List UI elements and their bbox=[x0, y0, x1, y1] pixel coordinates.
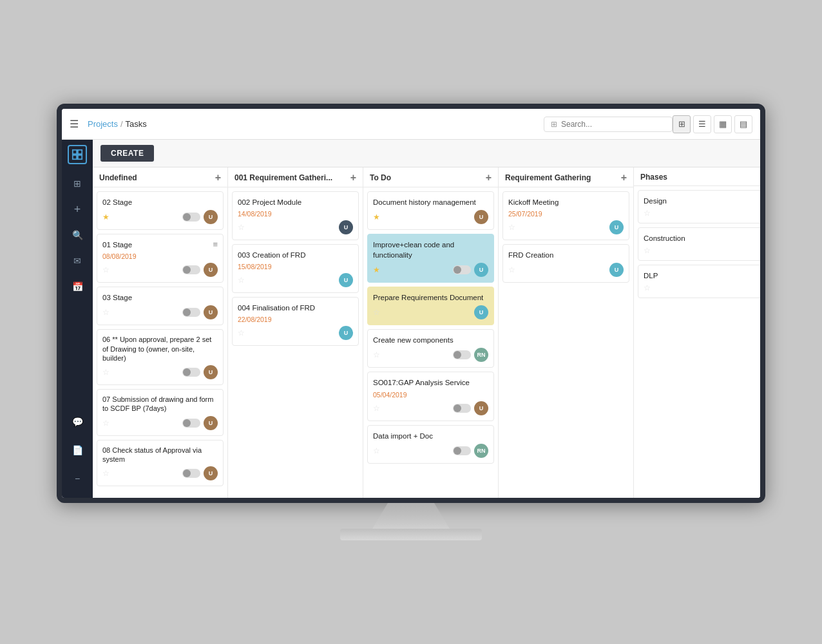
card-004-final-frd: 004 Finalisation of FRD 22/08/2019 ☆ U bbox=[232, 297, 359, 346]
breadcrumb-projects[interactable]: Projects bbox=[88, 119, 118, 129]
avatar: U bbox=[609, 220, 624, 234]
card-date: 22/08/2019 bbox=[238, 316, 353, 323]
toggle-switch[interactable] bbox=[182, 368, 200, 377]
card-title: SO017:GAP Analysis Service bbox=[373, 377, 488, 388]
card-design: Design ☆ bbox=[638, 190, 760, 223]
star-icon[interactable]: ☆ bbox=[102, 308, 110, 317]
sidebar-apps-icon[interactable]: ⊞ bbox=[66, 172, 89, 195]
star-icon[interactable]: ☆ bbox=[102, 419, 110, 428]
card-doc-history: Document history management ★ U bbox=[367, 191, 494, 230]
calendar-view-button[interactable]: ▦ bbox=[714, 115, 732, 133]
top-bar: ☰ Projects / Tasks ⊞ ⊞ ☰ ▦ bbox=[62, 109, 760, 140]
star-icon[interactable]: ☆ bbox=[102, 265, 110, 274]
star-icon[interactable]: ☆ bbox=[508, 265, 515, 274]
card-title: 02 Stage bbox=[102, 197, 218, 207]
toggle-switch[interactable] bbox=[453, 265, 471, 274]
column-title-001-req: 001 Requirement Gatheri... bbox=[234, 173, 332, 182]
avatar: U bbox=[339, 220, 353, 234]
star-icon[interactable]: ☆ bbox=[373, 404, 380, 413]
svg-rect-3 bbox=[78, 155, 82, 159]
card-title: 03 Stage bbox=[102, 292, 218, 303]
sidebar-more-icon[interactable]: − bbox=[66, 467, 89, 490]
card-title: 004 Finalisation of FRD bbox=[238, 303, 353, 313]
card-title: Improve+clean code and functionality bbox=[373, 240, 488, 260]
toggle-switch[interactable] bbox=[182, 213, 200, 222]
column-cards-todo: Document history management ★ U Improve+… bbox=[363, 187, 498, 498]
sidebar-plus-icon[interactable]: + bbox=[66, 198, 89, 221]
app-logo[interactable] bbox=[68, 145, 87, 164]
card-title: Design bbox=[644, 196, 760, 206]
star-icon[interactable]: ☆ bbox=[508, 223, 515, 232]
toggle-switch[interactable] bbox=[182, 265, 200, 274]
column-phases: Phases Design ☆ bbox=[634, 167, 760, 498]
grid-view-button[interactable]: ⊞ bbox=[673, 115, 691, 133]
avatar: U bbox=[339, 326, 353, 340]
card-02-stage: 02 Stage ★ U bbox=[97, 191, 224, 230]
breadcrumb: Projects / Tasks bbox=[88, 119, 147, 129]
column-add-undefined[interactable]: + bbox=[215, 173, 221, 183]
breadcrumb-separator: / bbox=[120, 119, 123, 129]
table-view-button[interactable]: ▤ bbox=[734, 115, 752, 133]
search-box[interactable]: ⊞ bbox=[544, 117, 673, 132]
toggle-switch[interactable] bbox=[453, 404, 471, 413]
column-add-todo[interactable]: + bbox=[486, 173, 492, 183]
toggle-switch[interactable] bbox=[182, 469, 200, 478]
column-header-req-gathering: Requirement Gathering + bbox=[499, 167, 633, 187]
sidebar-search-icon[interactable]: 🔍 bbox=[66, 223, 89, 247]
star-icon[interactable]: ☆ bbox=[102, 469, 110, 478]
search-input[interactable] bbox=[561, 120, 651, 129]
card-003-frd: 003 Creation of FRD 15/08/2019 ☆ U bbox=[232, 244, 359, 293]
card-07-submission: 07 Submission of drawing and form to SCD… bbox=[97, 389, 224, 436]
sidebar-calendar-icon[interactable]: 📅 bbox=[66, 275, 89, 298]
star-icon[interactable]: ☆ bbox=[238, 328, 245, 337]
avatar: U bbox=[474, 401, 488, 415]
card-title: 06 ** Upon approval, prepare 2 set of Dr… bbox=[102, 335, 218, 363]
column-title-phases: Phases bbox=[640, 173, 667, 182]
star-icon[interactable]: ☆ bbox=[373, 308, 380, 317]
card-title: Construction bbox=[644, 233, 760, 243]
card-title: Kickoff Meeting bbox=[508, 197, 624, 207]
card-title: 07 Submission of drawing and form to SCD… bbox=[102, 395, 218, 413]
star-icon[interactable]: ☆ bbox=[102, 368, 110, 377]
card-002-project-module: 002 Project Module 14/08/2019 ☆ U bbox=[232, 191, 359, 240]
column-add-req-gathering[interactable]: + bbox=[621, 173, 627, 183]
sidebar-chat-icon[interactable]: 💬 bbox=[66, 410, 89, 433]
avatar: U bbox=[474, 305, 488, 319]
column-cards-phases: Design ☆ Construction ☆ bbox=[634, 186, 760, 498]
toggle-switch[interactable] bbox=[182, 308, 200, 317]
card-menu-icon[interactable]: ≡ bbox=[213, 240, 218, 249]
sidebar-mail-icon[interactable]: ✉ bbox=[66, 249, 89, 272]
svg-rect-2 bbox=[73, 155, 77, 159]
star-icon[interactable]: ☆ bbox=[644, 209, 651, 218]
card-title: 08 Check status of Approval via system bbox=[102, 446, 218, 464]
star-icon[interactable]: ☆ bbox=[238, 223, 245, 232]
avatar: U bbox=[204, 210, 218, 224]
star-icon[interactable]: ☆ bbox=[373, 446, 380, 455]
svg-rect-1 bbox=[78, 150, 82, 154]
column-001-req: 001 Requirement Gatheri... + 002 Project… bbox=[228, 167, 363, 498]
create-button[interactable]: CREATE bbox=[100, 145, 154, 162]
star-icon[interactable]: ★ bbox=[102, 213, 110, 222]
star-icon[interactable]: ☆ bbox=[373, 350, 380, 359]
toggle-switch[interactable] bbox=[453, 350, 471, 359]
list-view-button[interactable]: ☰ bbox=[693, 115, 711, 133]
sidebar-document-icon[interactable]: 📄 bbox=[66, 439, 89, 462]
kanban-board: Undefined + 02 Stage ★ bbox=[93, 167, 760, 498]
star-icon[interactable]: ★ bbox=[373, 265, 380, 274]
hamburger-icon[interactable]: ☰ bbox=[70, 118, 79, 130]
star-icon[interactable]: ☆ bbox=[644, 283, 651, 292]
star-icon[interactable]: ☆ bbox=[644, 246, 651, 255]
toggle-switch[interactable] bbox=[182, 419, 200, 428]
column-add-001-req[interactable]: + bbox=[350, 173, 356, 183]
card-dlp: DLP ☆ bbox=[638, 265, 760, 298]
card-new-components: Create new components ☆ RN bbox=[367, 329, 494, 368]
card-03-stage: 03 Stage ☆ U bbox=[97, 287, 224, 325]
avatar: RN bbox=[474, 348, 488, 362]
star-icon[interactable]: ★ bbox=[373, 213, 380, 222]
card-improve-code: Improve+clean code and functionality ★ U bbox=[367, 234, 494, 283]
card-08-approval: 08 Check status of Approval via system ☆… bbox=[97, 440, 224, 487]
column-cards-001-req: 002 Project Module 14/08/2019 ☆ U bbox=[228, 187, 363, 498]
toggle-switch[interactable] bbox=[453, 446, 471, 455]
avatar: U bbox=[474, 263, 488, 277]
star-icon[interactable]: ☆ bbox=[238, 276, 245, 285]
